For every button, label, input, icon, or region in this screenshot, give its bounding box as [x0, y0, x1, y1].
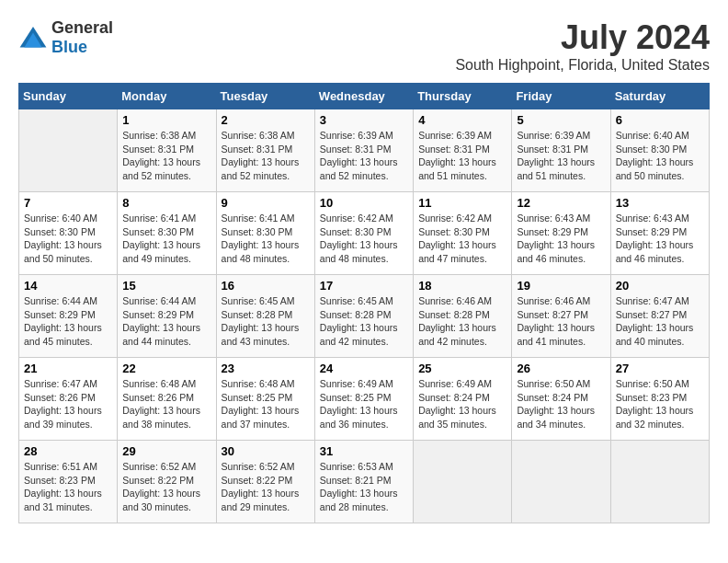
calendar-cell: 5Sunrise: 6:39 AMSunset: 8:31 PMDaylight…	[512, 109, 610, 192]
day-number: 7	[24, 196, 112, 210]
calendar-cell: 25Sunrise: 6:49 AMSunset: 8:24 PMDayligh…	[414, 358, 512, 441]
day-number: 21	[24, 362, 112, 375]
calendar-cell: 15Sunrise: 6:44 AMSunset: 8:29 PMDayligh…	[118, 275, 216, 358]
calendar-cell: 17Sunrise: 6:45 AMSunset: 8:28 PMDayligh…	[314, 275, 413, 358]
col-header-monday: Monday	[118, 84, 216, 109]
subtitle: South Highpoint, Florida, United States	[455, 57, 710, 74]
day-info: Sunrise: 6:44 AMSunset: 8:29 PMDaylight:…	[122, 294, 210, 349]
calendar-cell	[610, 441, 709, 523]
day-info: Sunrise: 6:45 AMSunset: 8:28 PMDaylight:…	[320, 294, 408, 349]
calendar-cell	[19, 109, 118, 192]
calendar-cell: 24Sunrise: 6:49 AMSunset: 8:25 PMDayligh…	[314, 358, 413, 441]
day-info: Sunrise: 6:41 AMSunset: 8:30 PMDaylight:…	[222, 212, 310, 266]
col-header-sunday: Sunday	[19, 84, 118, 109]
col-header-wednesday: Wednesday	[314, 84, 413, 109]
day-info: Sunrise: 6:48 AMSunset: 8:25 PMDaylight:…	[222, 377, 310, 431]
day-number: 4	[418, 113, 506, 127]
day-info: Sunrise: 6:52 AMSunset: 8:22 PMDaylight:…	[122, 460, 210, 514]
day-number: 24	[320, 362, 408, 375]
calendar-cell: 10Sunrise: 6:42 AMSunset: 8:30 PMDayligh…	[314, 192, 413, 275]
day-info: Sunrise: 6:44 AMSunset: 8:29 PMDaylight:…	[24, 294, 112, 349]
day-number: 18	[418, 279, 506, 293]
calendar-cell: 21Sunrise: 6:47 AMSunset: 8:26 PMDayligh…	[19, 358, 118, 441]
main-title: July 2024	[455, 18, 710, 57]
calendar-cell: 20Sunrise: 6:47 AMSunset: 8:27 PMDayligh…	[610, 275, 709, 358]
day-number: 15	[122, 279, 210, 293]
calendar-cell: 6Sunrise: 6:40 AMSunset: 8:30 PMDaylight…	[610, 109, 709, 192]
day-number: 12	[517, 196, 605, 210]
day-info: Sunrise: 6:46 AMSunset: 8:27 PMDaylight:…	[517, 294, 605, 349]
day-info: Sunrise: 6:40 AMSunset: 8:30 PMDaylight:…	[24, 212, 112, 266]
day-info: Sunrise: 6:39 AMSunset: 8:31 PMDaylight:…	[517, 129, 605, 183]
day-info: Sunrise: 6:40 AMSunset: 8:30 PMDaylight:…	[616, 129, 704, 183]
day-number: 10	[320, 196, 408, 210]
day-info: Sunrise: 6:45 AMSunset: 8:28 PMDaylight:…	[222, 294, 310, 349]
calendar-cell: 27Sunrise: 6:50 AMSunset: 8:23 PMDayligh…	[610, 358, 709, 441]
day-number: 5	[517, 113, 605, 127]
calendar-cell: 11Sunrise: 6:42 AMSunset: 8:30 PMDayligh…	[414, 192, 512, 275]
logo-blue: Blue	[51, 38, 87, 56]
day-number: 13	[616, 196, 704, 210]
day-info: Sunrise: 6:46 AMSunset: 8:28 PMDaylight:…	[418, 294, 506, 349]
day-info: Sunrise: 6:39 AMSunset: 8:31 PMDaylight:…	[320, 129, 408, 183]
calendar-cell	[512, 441, 610, 523]
col-header-tuesday: Tuesday	[216, 84, 314, 109]
day-number: 22	[122, 362, 210, 375]
col-header-thursday: Thursday	[414, 84, 512, 109]
day-info: Sunrise: 6:49 AMSunset: 8:25 PMDaylight:…	[320, 377, 408, 431]
calendar-cell	[414, 441, 512, 523]
week-row-2: 7Sunrise: 6:40 AMSunset: 8:30 PMDaylight…	[19, 192, 710, 275]
day-number: 29	[122, 444, 210, 458]
day-number: 1	[122, 113, 210, 127]
day-number: 26	[517, 362, 605, 375]
day-number: 16	[222, 279, 310, 293]
day-number: 19	[517, 279, 605, 293]
calendar-cell: 29Sunrise: 6:52 AMSunset: 8:22 PMDayligh…	[118, 441, 216, 523]
day-number: 14	[24, 279, 112, 293]
day-number: 20	[616, 279, 704, 293]
day-info: Sunrise: 6:52 AMSunset: 8:22 PMDaylight:…	[222, 460, 310, 514]
calendar-cell: 9Sunrise: 6:41 AMSunset: 8:30 PMDaylight…	[216, 192, 314, 275]
logo-general: General	[51, 18, 113, 37]
calendar-cell: 28Sunrise: 6:51 AMSunset: 8:23 PMDayligh…	[19, 441, 118, 523]
day-info: Sunrise: 6:51 AMSunset: 8:23 PMDaylight:…	[24, 460, 112, 514]
calendar-cell: 26Sunrise: 6:50 AMSunset: 8:24 PMDayligh…	[512, 358, 610, 441]
calendar-cell: 12Sunrise: 6:43 AMSunset: 8:29 PMDayligh…	[512, 192, 610, 275]
day-info: Sunrise: 6:49 AMSunset: 8:24 PMDaylight:…	[418, 377, 506, 431]
day-info: Sunrise: 6:48 AMSunset: 8:26 PMDaylight:…	[122, 377, 210, 431]
day-info: Sunrise: 6:53 AMSunset: 8:21 PMDaylight:…	[320, 460, 408, 514]
calendar-cell: 8Sunrise: 6:41 AMSunset: 8:30 PMDaylight…	[118, 192, 216, 275]
day-info: Sunrise: 6:47 AMSunset: 8:26 PMDaylight:…	[24, 377, 112, 431]
day-info: Sunrise: 6:42 AMSunset: 8:30 PMDaylight:…	[418, 212, 506, 266]
day-info: Sunrise: 6:38 AMSunset: 8:31 PMDaylight:…	[222, 129, 310, 183]
title-area: July 2024 South Highpoint, Florida, Unit…	[455, 18, 710, 74]
calendar-cell: 23Sunrise: 6:48 AMSunset: 8:25 PMDayligh…	[216, 358, 314, 441]
week-row-1: 1Sunrise: 6:38 AMSunset: 8:31 PMDaylight…	[19, 109, 710, 192]
day-number: 31	[320, 444, 408, 458]
day-number: 2	[222, 113, 310, 127]
day-number: 6	[616, 113, 704, 127]
week-row-5: 28Sunrise: 6:51 AMSunset: 8:23 PMDayligh…	[19, 441, 710, 523]
day-number: 3	[320, 113, 408, 127]
calendar-cell: 1Sunrise: 6:38 AMSunset: 8:31 PMDaylight…	[118, 109, 216, 192]
calendar-cell: 19Sunrise: 6:46 AMSunset: 8:27 PMDayligh…	[512, 275, 610, 358]
day-info: Sunrise: 6:43 AMSunset: 8:29 PMDaylight:…	[517, 212, 605, 266]
col-header-friday: Friday	[512, 84, 610, 109]
calendar-cell: 2Sunrise: 6:38 AMSunset: 8:31 PMDaylight…	[216, 109, 314, 192]
week-row-4: 21Sunrise: 6:47 AMSunset: 8:26 PMDayligh…	[19, 358, 710, 441]
day-info: Sunrise: 6:42 AMSunset: 8:30 PMDaylight:…	[320, 212, 408, 266]
calendar-cell: 7Sunrise: 6:40 AMSunset: 8:30 PMDaylight…	[19, 192, 118, 275]
day-number: 28	[24, 444, 112, 458]
day-info: Sunrise: 6:50 AMSunset: 8:24 PMDaylight:…	[517, 377, 605, 431]
logo-text: General Blue	[51, 18, 113, 57]
day-number: 11	[418, 196, 506, 210]
day-number: 23	[222, 362, 310, 375]
header: General Blue July 2024 South Highpoint, …	[18, 18, 710, 74]
day-number: 17	[320, 279, 408, 293]
calendar-table: SundayMondayTuesdayWednesdayThursdayFrid…	[18, 83, 710, 523]
day-info: Sunrise: 6:50 AMSunset: 8:23 PMDaylight:…	[616, 377, 704, 431]
day-number: 9	[222, 196, 310, 210]
day-number: 30	[222, 444, 310, 458]
calendar-cell: 22Sunrise: 6:48 AMSunset: 8:26 PMDayligh…	[118, 358, 216, 441]
day-number: 8	[122, 196, 210, 210]
